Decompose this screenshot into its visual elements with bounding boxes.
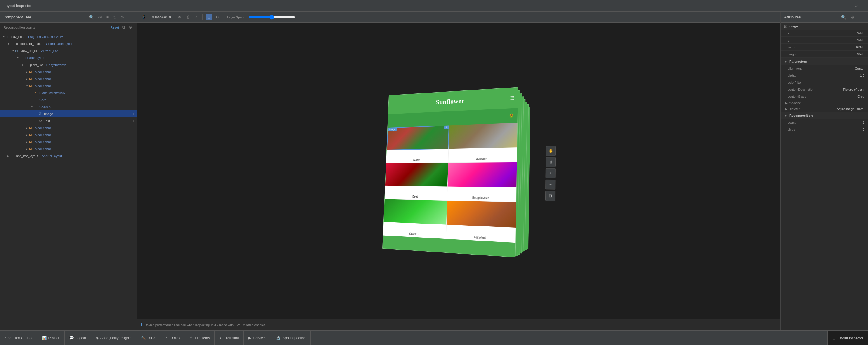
hand-tool-btn[interactable]: ✋ <box>546 146 556 156</box>
plant-cell-eggplant: Eggplant <box>446 201 516 243</box>
zoom-out-btn[interactable]: − <box>545 179 556 190</box>
minimize-icon[interactable]: — <box>860 3 865 8</box>
attr-colorfilter: colorFilter <box>781 79 868 86</box>
screenshot-icon[interactable]: ⎙ <box>185 14 191 20</box>
attr-count: count 1 <box>781 119 868 126</box>
tree-item-mdctheme-4[interactable]: ▶ M MdcTheme <box>0 124 137 131</box>
status-logcat[interactable]: 💬 Logcat <box>65 331 91 345</box>
layer-spacing-slider[interactable] <box>249 15 295 20</box>
eye-icon[interactable]: 👁 <box>176 14 183 20</box>
profiler-icon: 📊 <box>42 336 47 340</box>
recomposition-count: 1 <box>133 112 135 115</box>
node-label: MdcTheme <box>35 126 135 130</box>
node-label: MdcTheme <box>35 147 135 150</box>
device-selector[interactable]: sunflower ▼ <box>150 14 174 21</box>
attr-count-key: count <box>788 121 863 124</box>
tree-item-column[interactable]: ▼ □ Column <box>0 103 137 110</box>
tree-item-nav-host[interactable]: ▼ ⊞ nav_host – FragmentContainerView <box>0 33 137 40</box>
attr-alpha-value: 1.0 <box>860 74 865 77</box>
tree-item-framelayout[interactable]: ▼ □ FrameLayout <box>0 54 137 61</box>
eggplant-image <box>446 201 516 228</box>
node-label: nav_host – FragmentContainerView <box>11 35 135 38</box>
parameters-section-header[interactable]: ▼ Parameters <box>781 58 868 65</box>
recomposition-section-header[interactable]: ▼ Recomposition <box>781 112 868 119</box>
title-bar: Layout Inspector ⚙ — <box>0 0 868 12</box>
node-label: Image <box>44 112 133 115</box>
tree-item-card[interactable]: □ Card <box>0 96 137 103</box>
zoom-in-btn[interactable]: + <box>546 168 556 178</box>
tree-item-mdctheme-3[interactable]: ▼ M MdcTheme <box>0 82 137 89</box>
filter-icon[interactable]: ≡ <box>105 14 110 20</box>
copy-icon[interactable]: ⧉ <box>121 24 126 30</box>
sort-icon[interactable]: ⇅ <box>112 14 117 20</box>
parameters-section-title: Parameters <box>789 60 807 63</box>
status-build[interactable]: 🔨 Build <box>136 331 160 345</box>
tree-item-appbar[interactable]: ▶ ⊞ app_bar_layout – AppBarLayout <box>0 152 137 159</box>
3d-mode-icon[interactable]: ⊡ <box>206 14 212 20</box>
export-icon[interactable]: ↗ <box>193 14 199 20</box>
status-app-inspection[interactable]: 🔬 App Inspection <box>271 331 310 345</box>
tree-item-plantlistitemview[interactable]: P PlantListItemView <box>0 89 137 96</box>
node-icon: ⊞ <box>6 35 10 39</box>
status-bar: ↕ Version Control 📊 Profiler 💬 Logcat ◈ … <box>0 331 868 345</box>
attr-count-value: 1 <box>863 121 865 124</box>
tree-item-mdctheme-2[interactable]: ▶ M MdcTheme <box>0 75 137 82</box>
tree-item-mdctheme-7[interactable]: ▶ M MdcTheme <box>0 145 137 152</box>
status-services[interactable]: ▶ Services <box>244 331 271 345</box>
node-label: MdcTheme <box>35 133 135 137</box>
reset-button[interactable]: Reset <box>111 26 119 29</box>
attr-search-icon[interactable]: 🔍 <box>840 14 847 20</box>
tree-item-text[interactable]: Ab Text 1 <box>0 117 137 124</box>
node-icon: □ <box>20 56 25 60</box>
status-terminal[interactable]: >_ Terminal <box>215 331 244 345</box>
plant-grid: Image 1 Apple Avocado <box>383 123 518 243</box>
status-app-quality[interactable]: ◈ App Quality Insights <box>91 331 137 345</box>
collapse-icon[interactable]: — <box>127 14 133 20</box>
image-label-badge: Image <box>388 128 397 131</box>
window-title: Layout Inspector <box>3 3 854 8</box>
status-todo[interactable]: ✓ TODO <box>160 331 185 345</box>
tree-item-plant-list[interactable]: ▼ ⊞ plant_list – RecyclerView <box>0 61 137 68</box>
status-version-control[interactable]: ↕ Version Control <box>0 331 37 345</box>
services-label: Services <box>253 336 266 340</box>
canvas-viewport[interactable]: Sunflower ☰ 🌻 <box>137 23 780 331</box>
tree-item-mdctheme-1[interactable]: ▶ M MdcTheme <box>0 68 137 75</box>
search-icon[interactable]: 🔍 <box>88 14 95 20</box>
device-dropdown-arrow: ▼ <box>168 15 172 19</box>
node-label: MdcTheme <box>35 77 135 80</box>
node-icon: ⊞ <box>10 42 15 46</box>
tree-item-coordinator[interactable]: ▼ ⊞ coordinator_layout – CoordinatorLayo… <box>0 40 137 47</box>
attr-settings-icon[interactable]: ⚙ <box>849 14 856 20</box>
node-label: plant_list – RecyclerView <box>30 63 135 67</box>
screenshot-tool-btn[interactable]: ⎙ <box>546 157 556 167</box>
settings-icon[interactable]: ⚙ <box>854 3 858 8</box>
bougainvillea-label: Bougainvillea <box>447 195 516 201</box>
modifier-subsection[interactable]: ▶ modifier <box>781 100 868 106</box>
refresh-icon[interactable]: ↻ <box>214 14 221 20</box>
app-quality-icon: ◈ <box>96 336 99 340</box>
expand-arrow: ▼ <box>17 56 20 60</box>
clear-icon[interactable]: ⊘ <box>128 24 133 30</box>
version-control-label: Version Control <box>8 336 32 340</box>
status-layout-inspector[interactable]: ⊡ Layout Inspector <box>828 331 868 345</box>
component-tree-icons: 🔍 👁 ≡ ⇅ ⚙ — <box>88 14 133 20</box>
services-icon: ▶ <box>248 336 251 340</box>
tree-settings-icon[interactable]: ⚙ <box>119 14 125 20</box>
terminal-icon: >_ <box>219 336 224 340</box>
tree-item-image[interactable]: 🖼 Image 1 <box>0 110 137 117</box>
node-icon: M <box>29 70 34 74</box>
painter-subsection[interactable]: ▶ painter AsyncImagePainter <box>781 106 868 112</box>
attr-alpha-key: alpha <box>788 74 860 77</box>
fit-btn[interactable]: ⊡ <box>545 191 556 201</box>
eye-toggle-icon[interactable]: 👁 <box>97 14 103 20</box>
attributes-header: Attributes 🔍 ⚙ — <box>781 12 868 23</box>
recomposition-caret: ▼ <box>784 114 787 117</box>
status-problems[interactable]: ⚠ Problems <box>185 331 215 345</box>
tree-item-view-pager[interactable]: ▼ ⊡ view_pager – ViewPager2 <box>0 47 137 54</box>
attr-minimize-icon[interactable]: — <box>858 14 865 20</box>
attr-y-key: y <box>788 38 856 42</box>
tree-item-mdctheme-6[interactable]: ▶ M MdcTheme <box>0 138 137 145</box>
node-icon: □ <box>34 98 38 102</box>
status-profiler[interactable]: 📊 Profiler <box>37 331 65 345</box>
tree-item-mdctheme-5[interactable]: ▶ M MdcTheme <box>0 131 137 138</box>
